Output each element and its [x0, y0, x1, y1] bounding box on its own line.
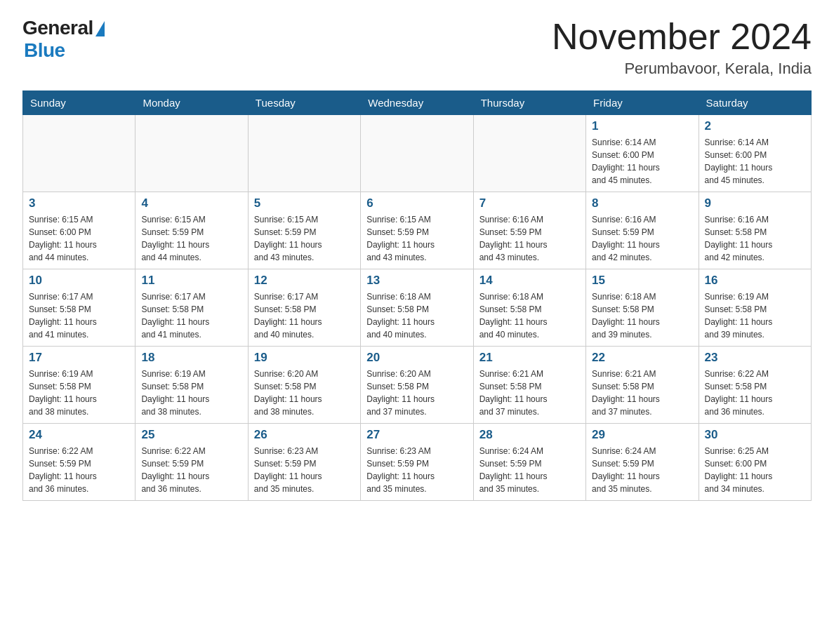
- day-info: Sunrise: 6:15 AM Sunset: 5:59 PM Dayligh…: [141, 213, 241, 264]
- calendar-cell: 24Sunrise: 6:22 AM Sunset: 5:59 PM Dayli…: [23, 424, 135, 501]
- day-number: 3: [29, 196, 129, 210]
- calendar-cell: 2Sunrise: 6:14 AM Sunset: 6:00 PM Daylig…: [699, 115, 811, 192]
- logo: General Blue: [22, 17, 105, 62]
- day-number: 17: [29, 351, 129, 365]
- day-number: 11: [141, 274, 241, 288]
- calendar-cell: 18Sunrise: 6:19 AM Sunset: 5:58 PM Dayli…: [135, 347, 248, 424]
- header-day-tuesday: Tuesday: [248, 91, 360, 115]
- calendar-cell: 12Sunrise: 6:17 AM Sunset: 5:58 PM Dayli…: [248, 269, 360, 347]
- calendar-week-row: 1Sunrise: 6:14 AM Sunset: 6:00 PM Daylig…: [23, 115, 812, 192]
- calendar-cell: 5Sunrise: 6:15 AM Sunset: 5:59 PM Daylig…: [248, 192, 360, 269]
- day-info: Sunrise: 6:19 AM Sunset: 5:58 PM Dayligh…: [29, 368, 129, 418]
- logo-general-text: General: [22, 17, 93, 39]
- day-info: Sunrise: 6:17 AM Sunset: 5:58 PM Dayligh…: [29, 290, 129, 341]
- day-number: 28: [479, 428, 580, 442]
- day-number: 16: [705, 274, 805, 288]
- day-info: Sunrise: 6:15 AM Sunset: 5:59 PM Dayligh…: [366, 213, 467, 264]
- day-number: 13: [366, 274, 467, 288]
- calendar-cell: 8Sunrise: 6:16 AM Sunset: 5:59 PM Daylig…: [586, 192, 699, 269]
- calendar-cell: 14Sunrise: 6:18 AM Sunset: 5:58 PM Dayli…: [473, 269, 585, 347]
- day-info: Sunrise: 6:22 AM Sunset: 5:59 PM Dayligh…: [29, 445, 129, 495]
- day-number: 1: [592, 119, 692, 133]
- day-number: 9: [705, 196, 805, 210]
- day-info: Sunrise: 6:14 AM Sunset: 6:00 PM Dayligh…: [705, 136, 805, 187]
- day-info: Sunrise: 6:19 AM Sunset: 5:58 PM Dayligh…: [705, 290, 805, 341]
- day-number: 10: [29, 274, 129, 288]
- calendar-week-row: 3Sunrise: 6:15 AM Sunset: 6:00 PM Daylig…: [23, 192, 812, 269]
- header-day-monday: Monday: [135, 91, 248, 115]
- day-number: 8: [592, 196, 692, 210]
- day-info: Sunrise: 6:20 AM Sunset: 5:58 PM Dayligh…: [366, 368, 467, 418]
- day-number: 27: [366, 428, 467, 442]
- day-info: Sunrise: 6:20 AM Sunset: 5:58 PM Dayligh…: [254, 368, 355, 418]
- calendar-week-row: 17Sunrise: 6:19 AM Sunset: 5:58 PM Dayli…: [23, 347, 812, 424]
- day-number: 14: [479, 274, 580, 288]
- logo-triangle-icon: [95, 21, 105, 36]
- calendar-cell: 20Sunrise: 6:20 AM Sunset: 5:58 PM Dayli…: [361, 347, 473, 424]
- day-number: 5: [254, 196, 355, 210]
- calendar-cell: 19Sunrise: 6:20 AM Sunset: 5:58 PM Dayli…: [248, 347, 360, 424]
- calendar-cell: 15Sunrise: 6:18 AM Sunset: 5:58 PM Dayli…: [586, 269, 699, 347]
- calendar-cell: [361, 115, 473, 192]
- calendar-cell: 29Sunrise: 6:24 AM Sunset: 5:59 PM Dayli…: [586, 424, 699, 501]
- header-day-thursday: Thursday: [473, 91, 585, 115]
- calendar-cell: 11Sunrise: 6:17 AM Sunset: 5:58 PM Dayli…: [135, 269, 248, 347]
- calendar-header-row: SundayMondayTuesdayWednesdayThursdayFrid…: [23, 91, 812, 115]
- calendar-cell: 10Sunrise: 6:17 AM Sunset: 5:58 PM Dayli…: [23, 269, 135, 347]
- calendar-cell: 9Sunrise: 6:16 AM Sunset: 5:58 PM Daylig…: [699, 192, 811, 269]
- calendar-cell: 17Sunrise: 6:19 AM Sunset: 5:58 PM Dayli…: [23, 347, 135, 424]
- day-number: 2: [705, 119, 805, 133]
- calendar-cell: 23Sunrise: 6:22 AM Sunset: 5:58 PM Dayli…: [699, 347, 811, 424]
- day-info: Sunrise: 6:19 AM Sunset: 5:58 PM Dayligh…: [141, 368, 241, 418]
- day-number: 20: [366, 351, 467, 365]
- day-number: 30: [705, 428, 805, 442]
- calendar-cell: [135, 115, 248, 192]
- day-info: Sunrise: 6:15 AM Sunset: 6:00 PM Dayligh…: [29, 213, 129, 264]
- day-info: Sunrise: 6:18 AM Sunset: 5:58 PM Dayligh…: [479, 290, 580, 341]
- day-info: Sunrise: 6:18 AM Sunset: 5:58 PM Dayligh…: [592, 290, 692, 341]
- day-number: 25: [141, 428, 241, 442]
- day-number: 15: [592, 274, 692, 288]
- day-info: Sunrise: 6:15 AM Sunset: 5:59 PM Dayligh…: [254, 213, 355, 264]
- day-number: 6: [366, 196, 467, 210]
- day-number: 22: [592, 351, 692, 365]
- header-day-sunday: Sunday: [23, 91, 135, 115]
- day-info: Sunrise: 6:21 AM Sunset: 5:58 PM Dayligh…: [592, 368, 692, 418]
- day-info: Sunrise: 6:23 AM Sunset: 5:59 PM Dayligh…: [254, 445, 355, 495]
- day-info: Sunrise: 6:16 AM Sunset: 5:59 PM Dayligh…: [592, 213, 692, 264]
- day-number: 18: [141, 351, 241, 365]
- day-info: Sunrise: 6:25 AM Sunset: 6:00 PM Dayligh…: [705, 445, 805, 495]
- day-number: 12: [254, 274, 355, 288]
- calendar-week-row: 10Sunrise: 6:17 AM Sunset: 5:58 PM Dayli…: [23, 269, 812, 347]
- day-info: Sunrise: 6:14 AM Sunset: 6:00 PM Dayligh…: [592, 136, 692, 187]
- header-day-saturday: Saturday: [699, 91, 811, 115]
- page-header: General Blue November 2024 Perumbavoor, …: [22, 17, 812, 78]
- calendar-cell: 16Sunrise: 6:19 AM Sunset: 5:58 PM Dayli…: [699, 269, 811, 347]
- calendar-cell: [23, 115, 135, 192]
- day-info: Sunrise: 6:22 AM Sunset: 5:58 PM Dayligh…: [705, 368, 805, 418]
- calendar-cell: 30Sunrise: 6:25 AM Sunset: 6:00 PM Dayli…: [699, 424, 811, 501]
- calendar-cell: 27Sunrise: 6:23 AM Sunset: 5:59 PM Dayli…: [361, 424, 473, 501]
- calendar-cell: 25Sunrise: 6:22 AM Sunset: 5:59 PM Dayli…: [135, 424, 248, 501]
- calendar-week-row: 24Sunrise: 6:22 AM Sunset: 5:59 PM Dayli…: [23, 424, 812, 501]
- day-number: 7: [479, 196, 580, 210]
- day-number: 23: [705, 351, 805, 365]
- day-info: Sunrise: 6:23 AM Sunset: 5:59 PM Dayligh…: [366, 445, 467, 495]
- calendar-cell: 7Sunrise: 6:16 AM Sunset: 5:59 PM Daylig…: [473, 192, 585, 269]
- calendar-cell: [473, 115, 585, 192]
- header-day-friday: Friday: [586, 91, 699, 115]
- day-info: Sunrise: 6:21 AM Sunset: 5:58 PM Dayligh…: [479, 368, 580, 418]
- title-block: November 2024 Perumbavoor, Kerala, India: [552, 17, 812, 78]
- day-info: Sunrise: 6:22 AM Sunset: 5:59 PM Dayligh…: [141, 445, 241, 495]
- calendar-cell: 4Sunrise: 6:15 AM Sunset: 5:59 PM Daylig…: [135, 192, 248, 269]
- calendar-cell: 13Sunrise: 6:18 AM Sunset: 5:58 PM Dayli…: [361, 269, 473, 347]
- location-subtitle: Perumbavoor, Kerala, India: [552, 60, 812, 78]
- day-info: Sunrise: 6:18 AM Sunset: 5:58 PM Dayligh…: [366, 290, 467, 341]
- day-info: Sunrise: 6:24 AM Sunset: 5:59 PM Dayligh…: [479, 445, 580, 495]
- calendar-cell: 21Sunrise: 6:21 AM Sunset: 5:58 PM Dayli…: [473, 347, 585, 424]
- logo-blue-text: Blue: [24, 39, 65, 62]
- day-number: 29: [592, 428, 692, 442]
- day-number: 19: [254, 351, 355, 365]
- calendar-table: SundayMondayTuesdayWednesdayThursdayFrid…: [22, 90, 812, 501]
- month-year-title: November 2024: [552, 17, 812, 57]
